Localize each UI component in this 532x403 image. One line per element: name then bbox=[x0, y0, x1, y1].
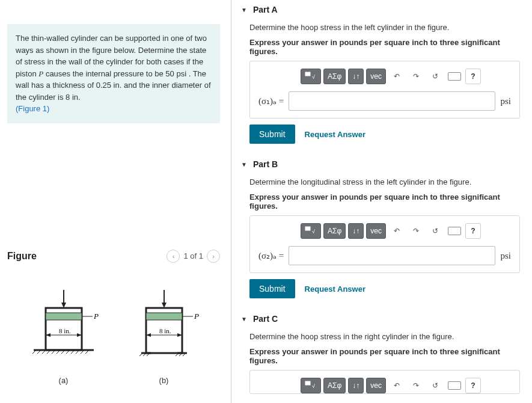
subscript-button[interactable]: ↓↑ bbox=[348, 223, 364, 239]
svg-rect-37 bbox=[305, 72, 310, 76]
chevron-down-icon: ▼ bbox=[241, 316, 247, 322]
part-b-header[interactable]: ▼ Part B bbox=[241, 159, 520, 169]
template-button[interactable]: √ bbox=[301, 223, 321, 239]
figure-link[interactable]: (Figure 1) bbox=[16, 104, 49, 113]
part-c: ▼ Part C Determine the hoop stress in th… bbox=[231, 309, 532, 403]
part-c-prompt: Determine the hoop stress in the right c… bbox=[249, 332, 520, 341]
part-a-var-label: (σ₁)ₐ = bbox=[258, 96, 284, 106]
part-b-toolbar: √ ΑΣφ ↓↑ vec ↶ ↷ ↺ ? bbox=[301, 223, 511, 239]
help-button[interactable]: ? bbox=[465, 223, 481, 239]
redo-button[interactable]: ↷ bbox=[408, 69, 424, 84]
undo-button[interactable]: ↶ bbox=[388, 69, 405, 84]
part-b-prompt: Determine the longitudinal stress in the… bbox=[249, 177, 520, 186]
part-c-toolbar: √ ΑΣφ ↓↑ vec ↶ ↷ ↺ ? bbox=[301, 378, 511, 393]
dim-a-label: 8 in. bbox=[59, 327, 71, 334]
part-a-submit-button[interactable]: Submit bbox=[249, 125, 295, 144]
problem-statement: The thin-walled cylinder can be supporte… bbox=[7, 24, 220, 123]
part-b: ▼ Part B Determine the longitudinal stre… bbox=[231, 155, 532, 309]
figure-header: Figure ‹ 1 of 1 › bbox=[7, 250, 220, 263]
greek-button[interactable]: ΑΣφ bbox=[323, 69, 346, 84]
subscript-button[interactable]: ↓↑ bbox=[348, 69, 364, 84]
part-c-instruction: Express your answer in pounds per square… bbox=[249, 347, 520, 365]
svg-rect-3 bbox=[46, 313, 82, 320]
part-b-answer-input[interactable] bbox=[289, 246, 495, 265]
part-b-instruction: Express your answer in pounds per square… bbox=[249, 192, 520, 211]
svg-rect-24 bbox=[146, 313, 182, 320]
reset-button[interactable]: ↺ bbox=[427, 378, 444, 393]
figure-body[interactable]: 8 in. P (a) bbox=[7, 269, 220, 404]
svg-text:√: √ bbox=[312, 229, 315, 235]
part-a-input-row: (σ₁)ₐ = psi bbox=[258, 91, 511, 111]
figure-page-label: 1 of 1 bbox=[183, 251, 203, 260]
part-b-input-row: (σ₂)ₐ = psi bbox=[258, 246, 511, 265]
problem-text-in1: in. bbox=[114, 81, 122, 90]
chevron-down-icon: ▼ bbox=[241, 7, 247, 13]
part-a: ▼ Part A Determine the hoop stress in th… bbox=[231, 0, 532, 155]
part-a-instruction: Express your answer in pounds per square… bbox=[249, 38, 520, 56]
part-a-request-answer-link[interactable]: Request Answer bbox=[305, 130, 365, 139]
part-b-var-label: (σ₂)ₐ = bbox=[258, 250, 284, 261]
p-b-label: P bbox=[194, 312, 199, 321]
p-a-label: P bbox=[93, 312, 99, 321]
problem-text-psi: psi bbox=[176, 69, 186, 78]
part-a-answer-input[interactable] bbox=[289, 91, 495, 111]
part-a-buttons: Submit Request Answer bbox=[249, 125, 520, 144]
template-button[interactable]: √ bbox=[301, 378, 321, 393]
svg-rect-39 bbox=[305, 227, 310, 230]
part-a-header[interactable]: ▼ Part A bbox=[241, 5, 520, 14]
left-panel: The thin-walled cylinder can be supporte… bbox=[0, 0, 231, 403]
greek-button[interactable]: ΑΣφ bbox=[323, 223, 346, 239]
part-a-prompt: Determine the hoop stress in the left cy… bbox=[249, 23, 520, 32]
vector-button[interactable]: vec bbox=[366, 378, 386, 393]
problem-text-P: P bbox=[38, 69, 43, 78]
part-c-title: Part C bbox=[253, 314, 278, 324]
greek-button[interactable]: ΑΣφ bbox=[323, 378, 346, 393]
caption-a: (a) bbox=[59, 376, 69, 385]
template-button[interactable]: √ bbox=[301, 69, 321, 84]
cylinder-b: 8 in. P (b) bbox=[122, 287, 206, 385]
dim-b-label: 8 in. bbox=[159, 327, 171, 334]
undo-button[interactable]: ↶ bbox=[388, 223, 405, 239]
figure-next-button[interactable]: › bbox=[207, 250, 220, 263]
part-b-request-answer-link[interactable]: Request Answer bbox=[305, 285, 365, 294]
keyboard-icon bbox=[448, 381, 461, 390]
help-button[interactable]: ? bbox=[465, 69, 481, 84]
figure-nav: ‹ 1 of 1 › bbox=[167, 250, 220, 263]
part-c-answer-box: √ ΑΣφ ↓↑ vec ↶ ↷ ↺ ? bbox=[249, 370, 520, 394]
reset-button[interactable]: ↺ bbox=[427, 223, 444, 239]
svg-line-27 bbox=[139, 353, 142, 356]
vector-button[interactable]: vec bbox=[366, 69, 386, 84]
subscript-button[interactable]: ↓↑ bbox=[348, 378, 364, 393]
problem-text-2: causes the internal pressure to be 50 bbox=[46, 69, 177, 78]
svg-rect-41 bbox=[305, 381, 310, 385]
figure-prev-button[interactable]: ‹ bbox=[167, 250, 180, 263]
redo-button[interactable]: ↷ bbox=[408, 378, 424, 393]
keyboard-icon bbox=[448, 72, 461, 81]
figure-images: 8 in. P (a) bbox=[7, 275, 220, 388]
right-panel: ▼ Part A Determine the hoop stress in th… bbox=[231, 0, 532, 403]
part-a-answer-box: √ ΑΣφ ↓↑ vec ↶ ↷ ↺ ? (σ₁)ₐ = psi bbox=[249, 61, 520, 118]
keyboard-button[interactable] bbox=[446, 223, 463, 239]
keyboard-icon bbox=[448, 227, 461, 235]
part-a-toolbar: √ ΑΣφ ↓↑ vec ↶ ↷ ↺ ? bbox=[301, 69, 511, 84]
part-a-unit: psi bbox=[500, 96, 511, 106]
cylinder-a: 8 in. P (a) bbox=[22, 287, 106, 385]
part-b-submit-button[interactable]: Submit bbox=[249, 279, 295, 298]
part-b-unit: psi bbox=[500, 251, 511, 261]
undo-button[interactable]: ↶ bbox=[388, 378, 405, 393]
problem-text-in2: in. bbox=[72, 93, 81, 102]
keyboard-button[interactable] bbox=[446, 378, 463, 393]
part-b-answer-box: √ ΑΣφ ↓↑ vec ↶ ↷ ↺ ? (σ₂)ₐ = psi bbox=[249, 215, 520, 273]
part-c-header[interactable]: ▼ Part C bbox=[241, 314, 520, 324]
caption-b: (b) bbox=[159, 376, 169, 385]
svg-text:√: √ bbox=[312, 74, 315, 80]
help-button[interactable]: ? bbox=[465, 378, 481, 393]
figure-title: Figure bbox=[7, 251, 37, 262]
part-a-title: Part A bbox=[253, 5, 278, 14]
reset-button[interactable]: ↺ bbox=[427, 69, 444, 84]
part-b-buttons: Submit Request Answer bbox=[249, 279, 520, 298]
keyboard-button[interactable] bbox=[446, 69, 463, 84]
vector-button[interactable]: vec bbox=[366, 223, 386, 239]
chevron-down-icon: ▼ bbox=[241, 161, 247, 168]
redo-button[interactable]: ↷ bbox=[408, 223, 424, 239]
